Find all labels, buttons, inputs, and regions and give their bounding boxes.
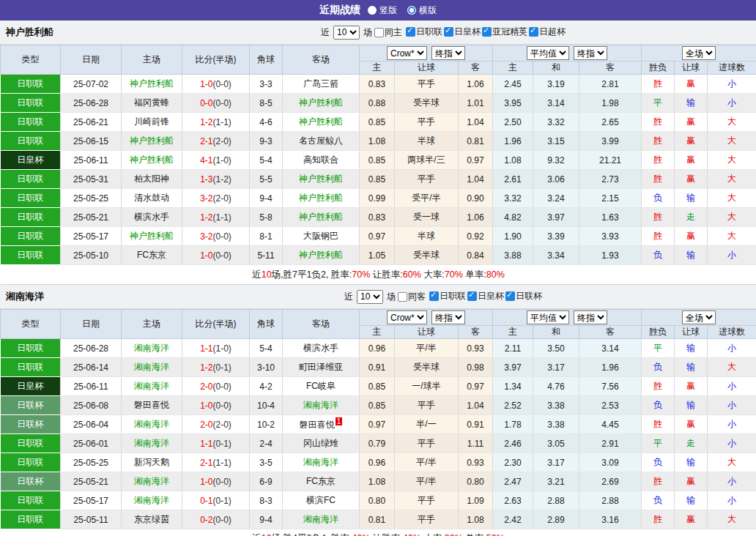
summary-row: 近10场,胜4平2负4, 胜率:40% 让胜率:40% 大率:30% 单率:50… — [1, 529, 756, 536]
sub-result-handicap: 让球 — [675, 62, 708, 75]
corner-score: 9-4 — [250, 510, 283, 529]
league-filter-checkbox[interactable]: 日职联 — [406, 26, 442, 38]
handicap-away-odds: 0.93 — [459, 453, 493, 472]
away-team: 广岛三箭 — [283, 75, 360, 94]
handicap-line: 一/球半 — [395, 377, 459, 396]
avg-home-odds: 4.82 — [493, 208, 533, 227]
result-winloss: 胜 — [642, 170, 675, 189]
home-team: 磐田喜悦 — [122, 396, 182, 415]
corner-score: 5-11 — [250, 246, 283, 265]
final-odds-select[interactable]: 终指 — [431, 46, 465, 60]
corner-score: 4-6 — [250, 113, 283, 132]
match-row: 日职联25-06-21川崎前锋1-2(1-1)4-6神户胜利船0.85平手1.0… — [1, 113, 756, 132]
recent-games-select[interactable]: 10 — [357, 290, 383, 304]
league-badge: 日职联 — [1, 75, 61, 94]
match-row: 日职联25-05-17湘南海洋0-1(0-1)8-3横滨FC0.80平手1.09… — [1, 491, 756, 510]
avg-draw-odds: 3.15 — [533, 132, 579, 151]
avg-draw-odds: 3.17 — [533, 358, 579, 377]
result-handicap: 赢 — [675, 415, 708, 434]
match-row: 日职联25-05-21横滨水手1-2(1-1)5-8神户胜利船0.83受一球1.… — [1, 208, 756, 227]
score: 3-2(0-0) — [182, 227, 250, 246]
result-winloss: 胜 — [642, 113, 675, 132]
match-row: 日联杯25-06-04湘南海洋2-0(2-0)10-2磐田喜悦10.97半/一0… — [1, 415, 756, 434]
league-filter-checkbox[interactable]: 日超杯 — [529, 26, 566, 38]
corner-score: 5-4 — [250, 339, 283, 358]
home-team: 东京绿茵 — [122, 510, 182, 529]
result-winloss: 平 — [642, 339, 675, 358]
average-group-header: 平均值 终指 — [493, 45, 642, 62]
final-odds-select-2[interactable]: 终指 — [574, 310, 607, 324]
same-venue-checkbox[interactable]: 同客 — [398, 291, 426, 303]
league-filter-checkbox[interactable]: 日联杯 — [505, 290, 542, 302]
league-filter-checkbox[interactable]: 日皇杯 — [467, 290, 504, 302]
corner-score: 6-9 — [250, 472, 283, 491]
odds-company-select[interactable]: Crow* — [387, 310, 427, 324]
corner-score: 9-4 — [250, 189, 283, 208]
match-row: 日职联25-06-01湘南海洋1-1(0-1)2-4冈山绿雉0.79平手1.11… — [1, 434, 756, 453]
corner-score: 5-4 — [250, 151, 283, 170]
result-winloss: 负 — [642, 246, 675, 265]
summary-text: 近10场,胜4平2负4, 胜率:40% 让胜率:40% 大率:30% 单率:50… — [1, 529, 756, 536]
checkbox-unchecked-icon — [374, 28, 384, 37]
corner-score: 4-2 — [250, 377, 283, 396]
avg-home-odds: 2.42 — [493, 510, 533, 529]
league-filter-checkbox[interactable]: 日职联 — [429, 290, 466, 302]
radio-vertical-label: 竖版 — [379, 4, 397, 17]
handicap-away-odds: 1.11 — [459, 434, 493, 453]
handicap-home-odds: 0.83 — [360, 208, 395, 227]
handicap-away-odds: 0.97 — [459, 377, 493, 396]
league-badge: 日职联 — [1, 170, 61, 189]
radio-vertical-layout[interactable]: 竖版 — [368, 4, 397, 17]
league-badge: 日联杯 — [1, 472, 61, 491]
result-handicap: 输 — [675, 94, 708, 113]
league-badge: 日职联 — [1, 339, 61, 358]
col-date: 日期 — [61, 45, 122, 75]
checkbox-checked-icon — [429, 291, 439, 301]
league-filter-checkbox[interactable]: 亚冠精英 — [482, 26, 527, 38]
checkbox-unchecked-icon — [398, 292, 407, 302]
score: 1-1(0-1) — [182, 434, 250, 453]
match-date: 25-05-21 — [61, 472, 122, 491]
away-team: 湘南海洋 — [283, 396, 360, 415]
checkbox-checked-icon — [505, 291, 515, 301]
match-date: 25-06-08 — [61, 396, 122, 415]
fulltime-select[interactable]: 全场 — [682, 46, 716, 60]
sub-result-goals: 进球数 — [708, 326, 756, 339]
average-select[interactable]: 平均值 — [527, 310, 569, 324]
handicap-line: 平手 — [395, 491, 459, 510]
average-select[interactable]: 平均值 — [527, 46, 569, 60]
sub-handicap-away: 客 — [459, 326, 493, 339]
handicap-line: 半球 — [395, 227, 459, 246]
sub-result-handicap: 让球 — [675, 326, 708, 339]
result-handicap: 赢 — [675, 113, 708, 132]
handicap-away-odds: 0.90 — [459, 189, 493, 208]
league-badge: 日职联 — [1, 246, 61, 265]
col-away: 客场 — [283, 45, 360, 75]
league-filter-checkbox[interactable]: 日皇杯 — [444, 26, 481, 38]
avg-draw-odds: 3.38 — [533, 396, 579, 415]
home-team: 神户胜利船 — [122, 151, 182, 170]
result-winloss: 胜 — [642, 132, 675, 151]
sub-handicap-home: 主 — [360, 62, 395, 75]
odds-company-select[interactable]: Crow* — [387, 46, 427, 60]
handicap-line: 平/半 — [395, 472, 459, 491]
handicap-home-odds: 1.08 — [360, 472, 395, 491]
result-goals: 小 — [708, 339, 756, 358]
recent-games-select[interactable]: 10 — [333, 26, 360, 40]
avg-draw-odds: 3.39 — [533, 227, 579, 246]
handicap-home-odds: 0.79 — [360, 434, 395, 453]
radio-horizontal-layout[interactable]: 横版 — [407, 4, 437, 17]
match-row: 日职联25-05-25新泻天鹅2-1(1-1)3-5湘南海洋0.96平/半0.9… — [1, 453, 756, 472]
same-venue-checkbox[interactable]: 同主 — [374, 26, 402, 39]
match-date: 25-06-14 — [61, 358, 122, 377]
avg-home-odds: 2.46 — [493, 434, 533, 453]
avg-home-odds: 3.32 — [493, 189, 533, 208]
col-away: 客场 — [283, 310, 360, 339]
result-winloss: 负 — [642, 396, 675, 415]
result-goals: 大 — [708, 189, 756, 208]
fulltime-select[interactable]: 全场 — [682, 310, 716, 324]
final-odds-select-2[interactable]: 终指 — [574, 46, 607, 60]
handicap-line: 受一球 — [395, 208, 459, 227]
avg-draw-odds: 4.76 — [533, 377, 579, 396]
final-odds-select[interactable]: 终指 — [431, 310, 465, 324]
